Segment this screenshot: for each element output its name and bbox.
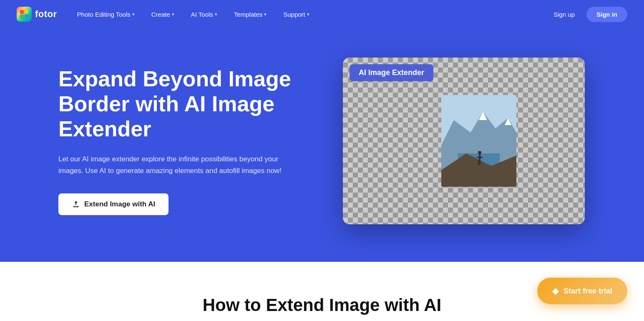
hero-left-content: Expand Beyond Image Border with AI Image…: [58, 67, 292, 215]
nav-item-photo-editing-tools[interactable]: Photo Editing Tools ▾: [70, 8, 141, 21]
signup-button[interactable]: Sign up: [545, 8, 583, 21]
chevron-down-icon: ▾: [215, 12, 217, 17]
nav-item-ai-tools[interactable]: AI Tools ▾: [184, 8, 224, 21]
chevron-down-icon: ▾: [264, 12, 267, 17]
diamond-icon: ◆: [552, 286, 558, 296]
logo-link[interactable]: fotor: [17, 7, 57, 22]
svg-rect-14: [479, 160, 480, 165]
upload-icon: [72, 200, 80, 208]
nav-item-support[interactable]: Support ▾: [277, 8, 316, 21]
fotor-logo-icon: [17, 7, 32, 22]
hero-title: Expand Beyond Image Border with AI Image…: [58, 67, 292, 141]
svg-rect-3: [25, 15, 28, 18]
chevron-down-icon: ▾: [172, 12, 174, 17]
svg-rect-1: [25, 10, 28, 14]
svg-rect-12: [477, 157, 483, 158]
svg-rect-0: [20, 10, 24, 14]
card-label: AI Image Extender: [350, 64, 433, 81]
hero-section: Expand Beyond Image Border with AI Image…: [0, 28, 644, 262]
chevron-down-icon: ▾: [307, 12, 309, 17]
nav-item-create[interactable]: Create ▾: [145, 8, 181, 21]
start-free-trial-button[interactable]: ◆ Start free trial: [537, 278, 627, 304]
chevron-down-icon: ▾: [132, 12, 135, 17]
mountain-photo: [441, 95, 516, 187]
signin-button[interactable]: Sign in: [586, 7, 627, 22]
svg-rect-2: [20, 15, 24, 18]
hero-description: Let our AI image extender explore the in…: [58, 153, 292, 177]
navbar: fotor Photo Editing Tools ▾ Create ▾ AI …: [0, 0, 644, 28]
nav-item-templates[interactable]: Templates ▾: [227, 8, 273, 21]
ai-extender-preview-card: AI Image Extender: [343, 58, 585, 224]
logo-text: fotor: [35, 9, 57, 20]
svg-point-10: [478, 151, 481, 154]
hero-right-content: AI Image Extender: [325, 58, 602, 224]
extend-image-button[interactable]: Extend Image with AI: [58, 193, 169, 215]
svg-rect-13: [478, 160, 479, 165]
section-title: How to Extend Image with AI: [17, 295, 627, 315]
